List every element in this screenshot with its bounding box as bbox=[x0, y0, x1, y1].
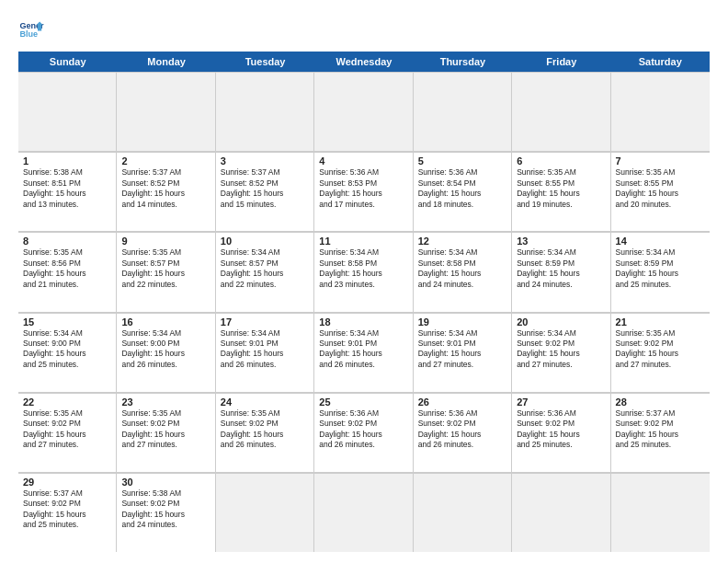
day-cell-6: 6Sunrise: 5:35 AMSunset: 8:55 PMDaylight… bbox=[512, 152, 610, 231]
cell-info-line: and 25 minutes. bbox=[616, 440, 705, 450]
cell-info-line: Sunset: 9:02 PM bbox=[319, 419, 407, 429]
cell-info-line: and 13 minutes. bbox=[23, 200, 111, 210]
day-cell-4: 4Sunrise: 5:36 AMSunset: 8:53 PMDaylight… bbox=[314, 152, 413, 231]
calendar-header: SundayMondayTuesdayWednesdayThursdayFrid… bbox=[18, 52, 710, 72]
day-number: 21 bbox=[616, 316, 705, 327]
cell-info-line: Sunrise: 5:35 AM bbox=[23, 247, 111, 258]
cell-info-line: and 26 minutes. bbox=[221, 360, 309, 370]
cell-info-line: Sunset: 8:58 PM bbox=[418, 259, 506, 269]
cell-info-line: Daylight: 15 hours bbox=[418, 430, 506, 440]
empty-cell-0-5 bbox=[512, 72, 610, 151]
day-cell-7: 7Sunrise: 5:35 AMSunset: 8:55 PMDaylight… bbox=[611, 152, 710, 231]
cell-info-line: Sunrise: 5:35 AM bbox=[517, 167, 605, 178]
cell-info-line: Daylight: 15 hours bbox=[23, 269, 111, 279]
cell-info-line: and 26 minutes. bbox=[319, 440, 407, 450]
cell-info-line: and 20 minutes. bbox=[616, 200, 705, 210]
cell-info-line: Sunrise: 5:35 AM bbox=[616, 328, 705, 339]
day-number: 12 bbox=[418, 236, 506, 247]
empty-cell-0-4 bbox=[414, 72, 512, 151]
cell-info-line: Sunset: 8:56 PM bbox=[23, 259, 111, 269]
day-cell-29: 29Sunrise: 5:37 AMSunset: 9:02 PMDayligh… bbox=[18, 473, 117, 552]
cell-info-line: Sunset: 9:02 PM bbox=[517, 339, 605, 349]
cell-info-line: and 24 minutes. bbox=[418, 280, 506, 290]
cell-info-line: Sunset: 9:01 PM bbox=[221, 339, 309, 349]
cell-info-line: and 21 minutes. bbox=[23, 280, 111, 290]
cell-info-line: and 14 minutes. bbox=[121, 200, 210, 210]
day-cell-26: 26Sunrise: 5:36 AMSunset: 9:02 PMDayligh… bbox=[414, 393, 512, 472]
day-number: 6 bbox=[517, 155, 605, 167]
day-number: 11 bbox=[319, 236, 407, 247]
day-cell-13: 13Sunrise: 5:34 AMSunset: 8:59 PMDayligh… bbox=[512, 232, 610, 311]
svg-text:Blue: Blue bbox=[19, 29, 38, 39]
cell-info-line: Sunrise: 5:36 AM bbox=[319, 408, 407, 419]
header: General Blue bbox=[18, 17, 710, 42]
empty-cell-5-2 bbox=[216, 473, 314, 552]
cell-info-line: Daylight: 15 hours bbox=[616, 269, 705, 279]
cell-info-line: Daylight: 15 hours bbox=[121, 349, 210, 359]
day-number: 30 bbox=[121, 477, 210, 488]
cell-info-line: Daylight: 15 hours bbox=[319, 269, 407, 279]
cell-info-line: Sunset: 9:02 PM bbox=[221, 419, 309, 429]
cell-info-line: Daylight: 15 hours bbox=[418, 349, 506, 359]
day-cell-30: 30Sunrise: 5:38 AMSunset: 9:02 PMDayligh… bbox=[117, 473, 215, 552]
cell-info-line: Sunset: 9:02 PM bbox=[517, 419, 605, 429]
cell-info-line: Sunset: 8:57 PM bbox=[121, 259, 210, 269]
cell-info-line: Sunrise: 5:35 AM bbox=[121, 408, 210, 419]
empty-cell-5-3 bbox=[314, 473, 413, 552]
day-number: 4 bbox=[319, 155, 407, 167]
day-cell-8: 8Sunrise: 5:35 AMSunset: 8:56 PMDaylight… bbox=[18, 232, 117, 311]
cell-info-line: Daylight: 15 hours bbox=[616, 189, 705, 199]
empty-cell-0-2 bbox=[216, 72, 314, 151]
day-number: 1 bbox=[23, 155, 111, 167]
empty-cell-5-4 bbox=[414, 473, 512, 552]
calendar-row-3: 15Sunrise: 5:34 AMSunset: 9:00 PMDayligh… bbox=[18, 313, 710, 393]
cell-info-line: Sunrise: 5:36 AM bbox=[517, 408, 605, 419]
cell-info-line: Daylight: 15 hours bbox=[418, 269, 506, 279]
cell-info-line: Sunset: 9:01 PM bbox=[418, 339, 506, 349]
day-cell-9: 9Sunrise: 5:35 AMSunset: 8:57 PMDaylight… bbox=[117, 232, 215, 311]
header-day-sunday: Sunday bbox=[18, 52, 117, 72]
day-number: 3 bbox=[221, 155, 309, 167]
day-number: 22 bbox=[23, 396, 111, 408]
day-cell-18: 18Sunrise: 5:34 AMSunset: 9:01 PMDayligh… bbox=[314, 313, 413, 392]
cell-info-line: Sunrise: 5:34 AM bbox=[418, 328, 506, 339]
cell-info-line: Daylight: 15 hours bbox=[121, 510, 210, 520]
day-cell-14: 14Sunrise: 5:34 AMSunset: 8:59 PMDayligh… bbox=[611, 232, 710, 311]
cell-info-line: Sunrise: 5:35 AM bbox=[23, 408, 111, 419]
day-number: 9 bbox=[121, 236, 210, 247]
cell-info-line: Sunset: 8:59 PM bbox=[517, 259, 605, 269]
cell-info-line: and 27 minutes. bbox=[121, 440, 210, 450]
day-cell-12: 12Sunrise: 5:34 AMSunset: 8:58 PMDayligh… bbox=[414, 232, 512, 311]
cell-info-line: Daylight: 15 hours bbox=[517, 430, 605, 440]
day-number: 28 bbox=[616, 396, 705, 408]
day-cell-21: 21Sunrise: 5:35 AMSunset: 9:02 PMDayligh… bbox=[611, 313, 710, 392]
day-number: 24 bbox=[221, 396, 309, 408]
day-number: 10 bbox=[221, 236, 309, 247]
cell-info-line: and 26 minutes. bbox=[121, 360, 210, 370]
day-cell-22: 22Sunrise: 5:35 AMSunset: 9:02 PMDayligh… bbox=[18, 393, 117, 472]
header-day-friday: Friday bbox=[512, 52, 610, 72]
calendar-row-1: 1Sunrise: 5:38 AMSunset: 8:51 PMDaylight… bbox=[18, 152, 710, 232]
cell-info-line: and 19 minutes. bbox=[517, 200, 605, 210]
empty-cell-0-6 bbox=[611, 72, 710, 151]
cell-info-line: Sunrise: 5:34 AM bbox=[319, 328, 407, 339]
cell-info-line: Sunrise: 5:38 AM bbox=[121, 488, 210, 499]
cell-info-line: Daylight: 15 hours bbox=[23, 189, 111, 199]
cell-info-line: Sunrise: 5:36 AM bbox=[418, 408, 506, 419]
day-cell-24: 24Sunrise: 5:35 AMSunset: 9:02 PMDayligh… bbox=[216, 393, 314, 472]
cell-info-line: Sunrise: 5:34 AM bbox=[616, 247, 705, 258]
cell-info-line: Sunrise: 5:37 AM bbox=[221, 167, 309, 178]
day-number: 20 bbox=[517, 316, 605, 327]
cell-info-line: Sunrise: 5:37 AM bbox=[23, 488, 111, 499]
day-cell-1: 1Sunrise: 5:38 AMSunset: 8:51 PMDaylight… bbox=[18, 152, 117, 231]
cell-info-line: Sunset: 8:55 PM bbox=[616, 178, 705, 189]
cell-info-line: Daylight: 15 hours bbox=[616, 430, 705, 440]
cell-info-line: Sunset: 9:00 PM bbox=[23, 339, 111, 349]
cell-info-line: and 27 minutes. bbox=[23, 440, 111, 450]
day-number: 2 bbox=[121, 155, 210, 167]
cell-info-line: and 26 minutes. bbox=[221, 440, 309, 450]
cell-info-line: and 26 minutes. bbox=[319, 360, 407, 370]
day-cell-16: 16Sunrise: 5:34 AMSunset: 9:00 PMDayligh… bbox=[117, 313, 215, 392]
day-cell-25: 25Sunrise: 5:36 AMSunset: 9:02 PMDayligh… bbox=[314, 393, 413, 472]
cell-info-line: Daylight: 15 hours bbox=[517, 189, 605, 199]
